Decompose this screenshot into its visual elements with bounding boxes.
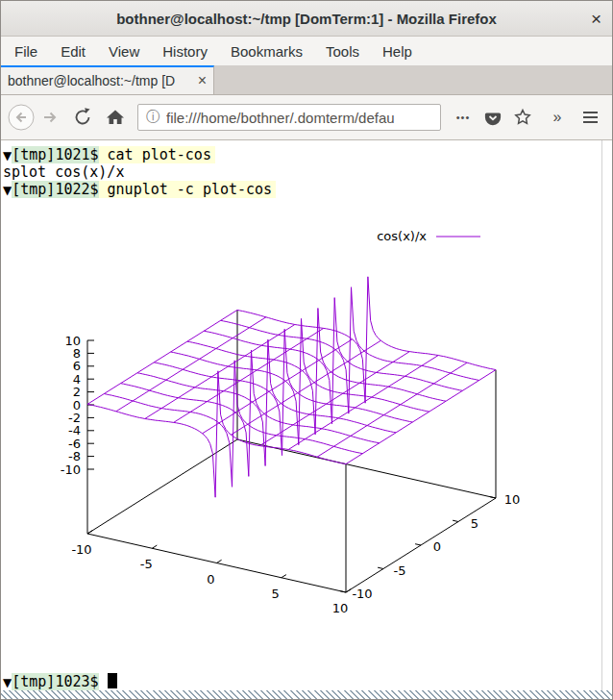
reload-button[interactable] [68,103,97,132]
command-output: splot cos(x)/x [3,163,124,181]
tab-domterm[interactable]: bothner@localhost:~/tmp [D × [1,65,214,94]
svg-text:-10: -10 [61,462,81,477]
shell-prompt: [tmp]1021$ [12,146,98,163]
command-text: cat plot-cos [99,146,215,163]
svg-text:0: 0 [433,539,441,554]
svg-text:5: 5 [471,516,478,531]
forward-icon [36,103,64,132]
star-icon [510,105,535,130]
tab-bar: bothner@localhost:~/tmp [D × [1,65,612,95]
menu-file[interactable]: File [3,38,49,64]
output-toggle-icon[interactable]: ▼ [3,184,12,197]
shell-prompt: [tmp]1023$ [12,673,98,690]
svg-text:-5: -5 [140,557,153,571]
url-bar[interactable]: ⓘ file:///home/bothner/.domterm/defau [137,104,441,131]
menu-help[interactable]: Help [371,38,424,64]
window-title: bothner@localhost:~/tmp [DomTerm:1] - Mo… [116,11,497,27]
svg-text:0: 0 [207,572,214,587]
svg-text:-5: -5 [394,563,406,578]
menu-bookmarks[interactable]: Bookmarks [219,38,314,64]
tab-close-icon[interactable]: × [192,72,207,89]
svg-text:-10: -10 [71,542,91,557]
back-icon [7,103,36,132]
svg-text:5: 5 [272,587,280,601]
terminal-line-2: splot cos(x)/x [3,163,612,181]
hamburger-icon [583,112,598,122]
home-icon [101,103,130,132]
hamburger-menu-button[interactable] [576,103,604,132]
site-info-icon[interactable]: ⓘ [146,109,159,126]
menu-bar: File Edit View History Bookmarks Tools H… [1,37,612,65]
back-button[interactable] [7,103,36,132]
terminal-line-3: ▼[tmp]1022$gnuplot -c plot-cos [3,181,612,198]
terminal-current-line: ▼[tmp]1023$ [3,673,612,690]
window-close-icon[interactable]: × [591,10,601,28]
tab-title: bothner@localhost:~/tmp [D [8,73,192,88]
pocket-button[interactable] [480,103,505,132]
svg-text:cos(x)/x: cos(x)/x [377,229,427,243]
terminal-cursor [108,673,117,688]
home-button[interactable] [101,103,130,132]
output-toggle-icon[interactable]: ▼ [3,676,12,689]
menu-edit[interactable]: Edit [49,38,97,64]
output-toggle-icon[interactable]: ▼ [3,149,12,162]
firefox-window: bothner@localhost:~/tmp [DomTerm:1] - Mo… [0,0,613,700]
page-actions-button[interactable]: ••• [451,103,476,132]
menu-tools[interactable]: Tools [314,38,371,64]
menu-view[interactable]: View [97,38,151,64]
overflow-menu-button[interactable]: » [545,103,570,132]
bookmark-star-button[interactable] [510,103,535,132]
gnuplot-surface-plot: 1086420-2-4-6-8-10-10-50510-10-50510cos(… [3,198,612,660]
navigation-toolbar: ⓘ file:///home/bothner/.domterm/defau ••… [1,95,612,140]
svg-text:10: 10 [332,601,349,615]
command-text: gnuplot -c plot-cos [99,181,277,198]
svg-text:-10: -10 [352,587,372,601]
title-bar[interactable]: bothner@localhost:~/tmp [DomTerm:1] - Mo… [1,1,612,37]
domterm-terminal[interactable]: ▼[tmp]1021$cat plot-cos splot cos(x)/x ▼… [1,140,612,699]
terminal-right-edge-line [601,140,602,690]
svg-text:10: 10 [504,492,521,507]
pocket-icon [480,105,505,130]
forward-button[interactable] [36,103,64,132]
url-text[interactable]: file:///home/bothner/.domterm/defau [166,110,395,126]
terminal-line-1: ▼[tmp]1021$cat plot-cos [3,146,612,163]
shell-prompt: [tmp]1022$ [12,181,98,198]
terminal-bottom-stripes [1,690,612,699]
menu-history[interactable]: History [151,38,219,64]
reload-icon [68,103,97,132]
